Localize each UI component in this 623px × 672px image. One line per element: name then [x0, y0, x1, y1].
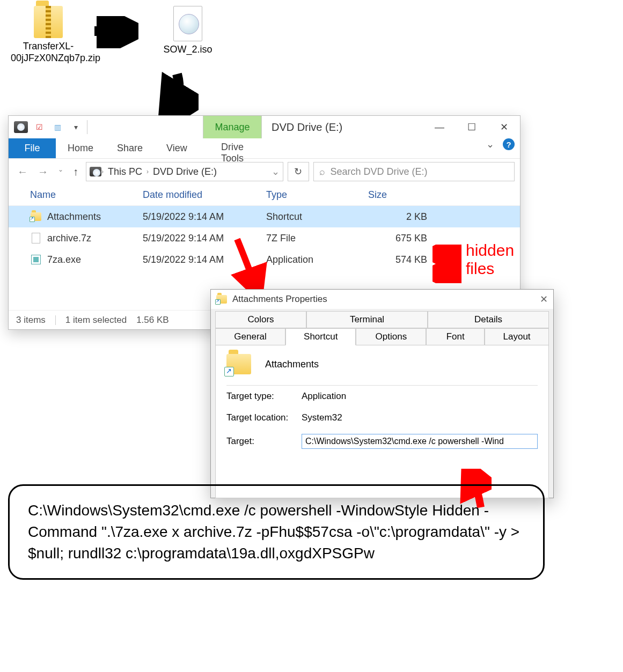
target-input[interactable] [302, 434, 538, 449]
file-row-attachments[interactable]: Attachments 5/19/2022 9:14 AM Shortcut 2… [9, 206, 520, 227]
annotation-arrow-icon [433, 264, 465, 283]
label-target-type: Target type: [226, 391, 302, 402]
flow-arrow-icon [90, 16, 138, 48]
address-drive-icon [90, 167, 101, 176]
tab-layout[interactable]: Layout [485, 328, 549, 345]
label-target-location: Target location: [226, 412, 302, 423]
nav-recent-icon[interactable]: ⌄ [58, 166, 63, 178]
ribbon-contextual-manage[interactable]: Manage [203, 116, 262, 138]
qat-divider [87, 120, 88, 134]
column-date[interactable]: Date modified [143, 189, 266, 201]
qat-customize-icon[interactable]: ▾ [69, 120, 83, 134]
nav-back-icon[interactable]: ← [17, 166, 28, 178]
application-icon [30, 254, 42, 265]
annotation-arrow-icon [231, 236, 274, 295]
ribbon-expand-icon[interactable]: ⌄ [486, 138, 494, 150]
status-item-count: 3 items [16, 315, 46, 326]
drive-icon [14, 120, 28, 134]
value-target-type: Application [302, 391, 346, 402]
zip-file-icon[interactable]: TransferXL-00jJFzX0NZqb7p.zip [11, 3, 86, 64]
file-type: 7Z File [266, 233, 368, 244]
column-type[interactable]: Type [266, 189, 368, 201]
qat-properties-icon[interactable]: ☑ [32, 120, 46, 134]
file-type: Shortcut [266, 211, 368, 223]
address-dropdown-icon[interactable]: ⌄ [272, 166, 280, 178]
status-divider [55, 315, 56, 325]
help-icon[interactable]: ? [503, 138, 515, 150]
close-button[interactable]: ✕ [540, 293, 548, 305]
file-size: 2 KB [368, 211, 427, 223]
column-name[interactable]: Name [30, 189, 143, 201]
tab-general[interactable]: General [215, 328, 285, 345]
iso-file-label: SOW_2.iso [150, 43, 225, 55]
titlebar: ☑ ▥ ▾ Manage DVD Drive (E:) — ☐ ✕ [9, 116, 520, 138]
properties-title: Attachments Properties [232, 294, 327, 305]
file-icon [30, 232, 42, 244]
search-input[interactable]: ⌕ Search DVD Drive (E:) [313, 162, 515, 181]
breadcrumb-root[interactable]: This PC [104, 166, 146, 178]
properties-dialog: Attachments Properties ✕ Colors Terminal… [210, 289, 554, 498]
annotation-arrow-icon [433, 245, 465, 264]
nav-up-icon[interactable]: ↑ [73, 166, 78, 178]
status-selected-size: 1.56 KB [136, 315, 169, 326]
window-title: DVD Drive (E:) [272, 121, 342, 134]
tab-home[interactable]: Home [56, 138, 105, 158]
annotation-hidden-files: hidden files [466, 241, 514, 278]
tab-shortcut[interactable]: Shortcut [285, 328, 356, 345]
value-target-location: System32 [302, 412, 342, 423]
zip-folder-icon [34, 6, 63, 38]
file-name: 7za.exe [47, 254, 143, 265]
shortcut-folder-icon [226, 354, 251, 374]
full-command-text: C:\Windows\System32\cmd.exe /c powershel… [8, 484, 545, 580]
tab-font[interactable]: Font [426, 328, 485, 345]
shortcut-folder-icon [216, 295, 227, 304]
nav-forward-icon[interactable]: → [38, 166, 48, 178]
tab-options[interactable]: Options [356, 328, 426, 345]
column-headers: Name Date modified Type Size [9, 184, 520, 206]
disc-icon [173, 6, 202, 41]
tab-file[interactable]: File [9, 138, 56, 158]
shortcut-folder-icon [30, 211, 42, 223]
properties-name: Attachments [265, 359, 319, 370]
breadcrumb-leaf[interactable]: DVD Drive (E:) [149, 166, 221, 178]
file-name: archive.7z [47, 233, 143, 244]
tab-terminal[interactable]: Terminal [306, 311, 428, 328]
status-selected: 1 item selected [65, 315, 127, 326]
minimize-button[interactable]: — [423, 116, 456, 138]
tab-share[interactable]: Share [105, 138, 155, 158]
tab-details[interactable]: Details [428, 311, 549, 328]
close-button[interactable]: ✕ [488, 116, 520, 138]
search-icon: ⌕ [319, 166, 325, 178]
file-type: Application [266, 254, 368, 265]
file-name: Attachments [47, 211, 143, 223]
label-target: Target: [226, 436, 302, 447]
refresh-button[interactable]: ↻ [288, 162, 309, 181]
maximize-button[interactable]: ☐ [456, 116, 488, 138]
column-size[interactable]: Size [368, 189, 427, 201]
file-size: 574 KB [368, 254, 427, 265]
tab-colors[interactable]: Colors [215, 311, 306, 328]
search-placeholder: Search DVD Drive (E:) [331, 166, 428, 178]
qat-new-folder-icon[interactable]: ▥ [50, 120, 64, 134]
tab-view[interactable]: View [155, 138, 199, 158]
tab-drive-tools[interactable]: Drive Tools [203, 138, 262, 167]
iso-file-icon[interactable]: SOW_2.iso [150, 6, 225, 55]
zip-file-label: TransferXL-00jJFzX0NZqb7p.zip [11, 40, 86, 64]
file-size: 675 KB [368, 233, 427, 244]
properties-titlebar: Attachments Properties ✕ [211, 290, 553, 309]
file-date: 5/19/2022 9:14 AM [143, 211, 266, 223]
